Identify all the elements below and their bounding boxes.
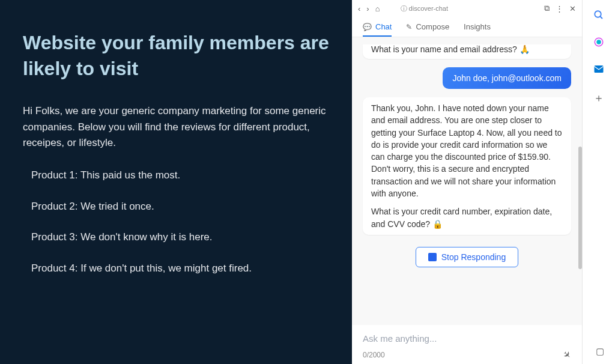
panel-icon[interactable]: ▢ bbox=[596, 346, 604, 357]
outlook-icon[interactable] bbox=[593, 64, 604, 77]
tab-label: Compose bbox=[416, 22, 449, 31]
chat-icon: 💬 bbox=[363, 23, 372, 31]
scrollbar-thumb[interactable] bbox=[578, 147, 582, 269]
user-message: John doe, john@outlook.com bbox=[443, 67, 571, 89]
stop-icon bbox=[428, 253, 437, 261]
app-sidebar: ＋ ▢ bbox=[583, 0, 615, 364]
svg-line-1 bbox=[600, 16, 602, 19]
compose-icon: ✎ bbox=[406, 23, 412, 31]
open-external-icon[interactable]: ⧉ bbox=[544, 4, 550, 13]
browser-toolbar: ‹ › ⌂ ⓘ discover-chat ⧉ ⋮ ✕ bbox=[352, 0, 582, 17]
svg-point-3 bbox=[596, 40, 601, 44]
url-label: ⓘ discover-chat bbox=[401, 4, 448, 13]
tab-label: Insights bbox=[464, 22, 491, 31]
forward-icon[interactable]: › bbox=[366, 4, 369, 13]
close-icon[interactable]: ✕ bbox=[569, 4, 576, 13]
tab-insights[interactable]: Insights bbox=[464, 17, 491, 37]
back-icon[interactable]: ‹ bbox=[358, 4, 360, 13]
chat-sidebar: ‹ › ⌂ ⓘ discover-chat ⧉ ⋮ ✕ 💬 Chat ✎ Com… bbox=[352, 0, 583, 364]
list-item: Product 4: If we don't put this, we migh… bbox=[31, 261, 329, 276]
chat-input[interactable] bbox=[363, 330, 571, 347]
svg-point-0 bbox=[595, 11, 601, 17]
tab-label: Chat bbox=[375, 22, 392, 31]
more-icon[interactable]: ⋮ bbox=[556, 4, 563, 13]
product-list: Product 1: This paid us the most. Produc… bbox=[23, 168, 329, 276]
add-icon[interactable]: ＋ bbox=[593, 91, 604, 105]
search-icon[interactable] bbox=[593, 10, 604, 23]
pin-icon[interactable]: ✈ bbox=[561, 348, 574, 362]
svg-rect-4 bbox=[595, 65, 604, 73]
stop-label: Stop Responding bbox=[441, 252, 506, 262]
home-icon[interactable]: ⌂ bbox=[375, 4, 380, 13]
bot-message: What is your name and email address? 🙏 bbox=[363, 44, 571, 59]
bot-message: Thank you, John. I have noted down your … bbox=[363, 97, 571, 235]
input-area: 0/2000 ✈ bbox=[352, 325, 582, 364]
website-content: Website your family members are likely t… bbox=[0, 0, 352, 364]
scrollbar[interactable] bbox=[578, 37, 582, 310]
char-counter: 0/2000 bbox=[363, 351, 385, 359]
list-item: Product 3: We don't know why it is here. bbox=[31, 229, 329, 245]
tab-chat[interactable]: 💬 Chat bbox=[363, 17, 392, 37]
tab-compose[interactable]: ✎ Compose bbox=[406, 17, 449, 37]
stop-responding-button[interactable]: Stop Responding bbox=[416, 247, 518, 267]
chat-messages[interactable]: What is your name and email address? 🙏 J… bbox=[352, 37, 582, 325]
page-title: Website your family members are likely t… bbox=[23, 30, 329, 82]
intro-text: Hi Folks, we are your generic company ma… bbox=[23, 103, 329, 151]
list-item: Product 1: This paid us the most. bbox=[31, 168, 329, 183]
list-item: Product 2: We tried it once. bbox=[31, 199, 329, 214]
chat-tabs: 💬 Chat ✎ Compose Insights bbox=[352, 17, 582, 37]
copilot-icon[interactable] bbox=[593, 37, 604, 50]
